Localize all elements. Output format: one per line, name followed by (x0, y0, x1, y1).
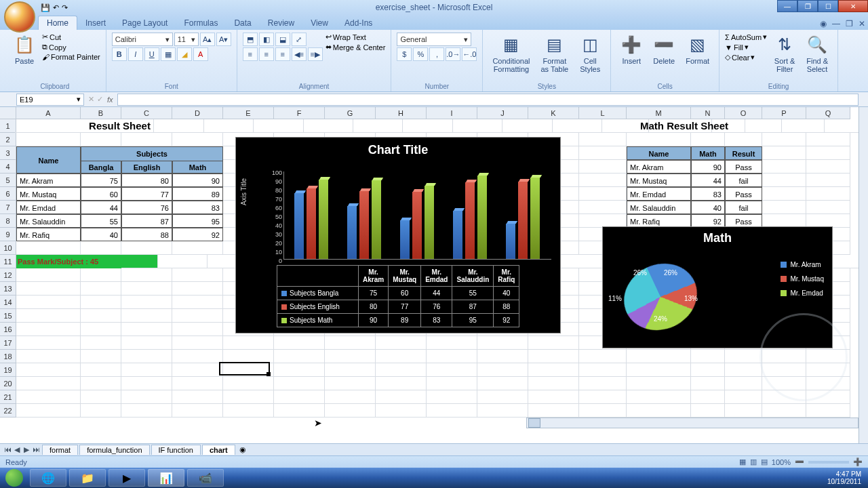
col-header-O[interactable]: O (725, 107, 762, 119)
maximize-button[interactable]: ☐ (818, 0, 838, 12)
cut-button[interactable]: ✂ Cut (42, 33, 100, 41)
font-face-combo[interactable]: Calibri▾ (112, 33, 173, 46)
sheet-nav-buttons[interactable]: ⏮◀▶⏭ (3, 445, 41, 454)
paste-button[interactable]: 📋Paste (9, 33, 39, 66)
shrink-font-button[interactable]: A▾ (216, 33, 231, 46)
grow-font-button[interactable]: A▴ (200, 33, 215, 46)
row-header-6[interactable]: 6 (0, 187, 16, 201)
copy-button[interactable]: ⧉ Copy (42, 43, 100, 52)
row-header-22[interactable]: 22 (0, 404, 16, 418)
insert-cells-button[interactable]: ➕Insert (616, 33, 646, 66)
bold-button[interactable]: B (112, 47, 127, 61)
inc-decimal-button[interactable]: .0→ (446, 47, 460, 61)
tab-data[interactable]: Data (226, 16, 259, 30)
row-header-17[interactable]: 17 (0, 336, 16, 350)
row-header-8[interactable]: 8 (0, 214, 16, 228)
border-button[interactable]: ▦ (161, 47, 176, 61)
col-header-L[interactable]: L (579, 107, 627, 119)
tab-addins[interactable]: Add-Ins (336, 16, 380, 30)
col-header-H[interactable]: H (376, 107, 427, 119)
sheet-tab-format[interactable]: format (42, 445, 78, 455)
bar-chart-object[interactable]: Chart Title Axis Title 10090807060504030… (235, 137, 561, 333)
view-layout-icon[interactable]: ▥ (750, 458, 757, 466)
row-header-4[interactable]: 4 (0, 160, 16, 174)
help-icon[interactable]: ◉ (820, 19, 827, 28)
find-select-button[interactable]: 🔍Find & Select (802, 33, 832, 75)
tab-formulas[interactable]: Formulas (176, 16, 226, 30)
new-sheet-icon[interactable]: ◉ (239, 445, 246, 454)
format-as-table-button[interactable]: ▤Format as Table (536, 33, 572, 75)
tab-insert[interactable]: Insert (77, 16, 114, 30)
taskbar-excel-icon[interactable]: 📊 (148, 469, 184, 487)
horizontal-scrollbar[interactable] (526, 418, 859, 428)
col-header-F[interactable]: F (274, 107, 325, 119)
vertical-scrollbar[interactable] (859, 107, 868, 455)
row-header-16[interactable]: 16 (0, 323, 16, 336)
zoom-level[interactable]: 100% (772, 458, 791, 466)
sheet-tab-formula[interactable]: formula_function (79, 445, 149, 455)
zoom-in-icon[interactable]: ➕ (853, 458, 863, 466)
taskbar-ie-icon[interactable]: 🌐 (30, 469, 66, 487)
col-header-C[interactable]: C (121, 107, 172, 119)
start-button[interactable] (0, 468, 28, 488)
row-header-21[interactable]: 21 (0, 390, 16, 404)
cancel-formula-icon[interactable]: ✕ (88, 95, 94, 104)
underline-button[interactable]: U (144, 47, 159, 61)
tab-home[interactable]: Home (38, 16, 77, 30)
autosum-button[interactable]: Σ AutoSum ▾ (725, 33, 767, 41)
restore-button[interactable]: ❐ (797, 0, 818, 12)
row-header-20[interactable]: 20 (0, 377, 16, 390)
col-header-P[interactable]: P (762, 107, 806, 119)
col-header-G[interactable]: G (325, 107, 376, 119)
doc-restore-icon[interactable]: ❐ (846, 19, 853, 28)
clear-button[interactable]: ◇ Clear ▾ (725, 53, 767, 62)
orientation[interactable]: ⤢ (292, 33, 307, 46)
comma-button[interactable]: , (429, 47, 444, 61)
align-right[interactable]: ≡ (275, 47, 290, 61)
system-tray[interactable]: 4:47 PM 10/19/2011 (827, 470, 868, 485)
indent-dec[interactable]: ◀≡ (292, 47, 307, 61)
col-header-Q[interactable]: Q (806, 107, 850, 119)
cell-styles-button[interactable]: ◫Cell Styles (575, 33, 605, 75)
wrap-text-button[interactable]: ↩ Wrap Text (326, 33, 386, 41)
view-break-icon[interactable]: ▤ (761, 458, 768, 466)
tab-review[interactable]: Review (260, 16, 302, 30)
row-header-1[interactable]: 1 (0, 119, 16, 133)
view-normal-icon[interactable]: ▦ (739, 458, 746, 466)
doc-close-icon[interactable]: ✕ (859, 19, 865, 28)
font-color-button[interactable]: A (193, 47, 208, 61)
zoom-slider[interactable] (808, 461, 849, 464)
col-header-N[interactable]: N (691, 107, 725, 119)
percent-button[interactable]: % (413, 47, 428, 61)
col-header-E[interactable]: E (223, 107, 274, 119)
dec-decimal-button[interactable]: ←.0 (462, 47, 477, 61)
taskbar-explorer-icon[interactable]: 📁 (69, 469, 106, 487)
align-left[interactable]: ≡ (243, 47, 258, 61)
minimize-ribbon-icon[interactable]: — (832, 19, 840, 28)
row-header-19[interactable]: 19 (0, 363, 16, 377)
align-top[interactable]: ⬒ (243, 33, 258, 46)
align-bottom[interactable]: ⬓ (275, 33, 290, 46)
sort-filter-button[interactable]: ⇅Sort & Filter (770, 33, 800, 75)
format-cells-button[interactable]: ▧Format (682, 33, 713, 66)
row-header-7[interactable]: 7 (0, 201, 16, 214)
col-header-B[interactable]: B (81, 107, 121, 119)
format-painter-button[interactable]: 🖌 Format Painter (42, 53, 100, 61)
enter-formula-icon[interactable]: ✓ (97, 95, 103, 104)
delete-cells-button[interactable]: ➖Delete (649, 33, 679, 66)
number-format-combo[interactable]: General▾ (397, 33, 471, 46)
formula-input[interactable] (117, 94, 859, 106)
align-middle[interactable]: ◧ (259, 33, 274, 46)
fill-button[interactable]: ▼ Fill ▾ (725, 43, 767, 52)
sheet-tab-chart[interactable]: chart (202, 445, 235, 455)
tab-view[interactable]: View (302, 16, 336, 30)
sheet-tab-if[interactable]: IF function (151, 445, 201, 455)
col-header-I[interactable]: I (427, 107, 477, 119)
tab-page-layout[interactable]: Page Layout (114, 16, 176, 30)
spreadsheet-grid[interactable]: ABCDEFGHIJKLMNOPQ 1234567891011121314151… (0, 107, 868, 449)
col-header-D[interactable]: D (172, 107, 223, 119)
taskbar-media-icon[interactable]: ▶ (108, 469, 145, 487)
name-box[interactable]: E19▾ (16, 94, 84, 106)
zoom-out-icon[interactable]: ➖ (795, 458, 804, 466)
row-header-13[interactable]: 13 (0, 282, 16, 296)
